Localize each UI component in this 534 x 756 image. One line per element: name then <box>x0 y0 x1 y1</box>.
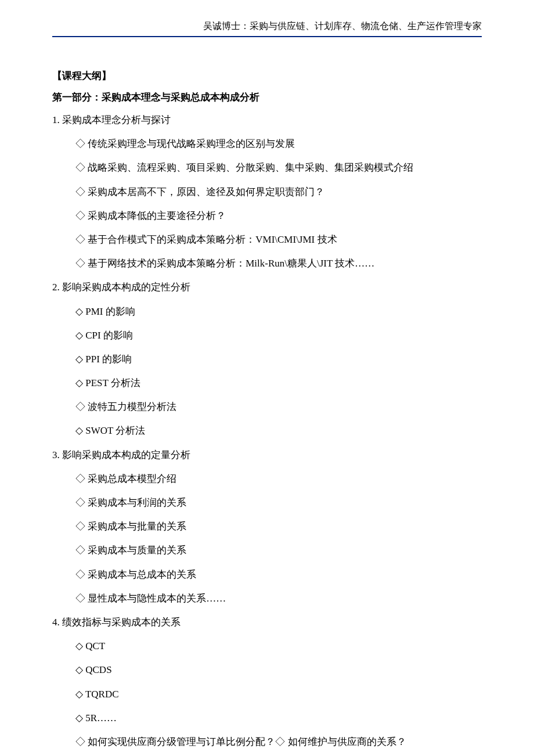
list-item: SWOT 分析法 <box>75 423 482 438</box>
section-number: 4. <box>52 617 60 628</box>
list-item: 采购成本降低的主要途径分析？ <box>75 208 482 224</box>
header-text: 吴诚博士：采购与供应链、计划库存、物流仓储、生产运作管理专家 <box>203 21 482 31</box>
list-item: 波特五力模型分析法 <box>75 399 482 415</box>
list-item: 采购成本与利润的关系 <box>75 495 482 510</box>
list-item: 战略采购、流程采购、项目采购、分散采购、集中采购、集团采购模式介绍 <box>75 160 482 175</box>
part-title: 第一部分：采购成本理念与采购总成本构成分析 <box>52 91 482 104</box>
list-item: 基于合作模式下的采购成本策略分析：VMI\CMI\JMI 技术 <box>75 232 482 247</box>
list-item: QCDS <box>75 662 482 678</box>
list-item: 5R…… <box>75 710 482 726</box>
list-item: 传统采购理念与现代战略采购理念的区别与发展 <box>75 136 482 152</box>
section-heading: 2. 影响采购成本构成的定性分析 <box>52 279 482 295</box>
list-item: 如何实现供应商分级管理与订单比例分配？◇ 如何维护与供应商的关系？ <box>75 734 482 750</box>
list-item: CPI 的影响 <box>75 327 482 343</box>
section-items: 采购总成本模型介绍 采购成本与利润的关系 采购成本与批量的关系 采购成本与质量的… <box>52 471 482 606</box>
page-header: 吴诚博士：采购与供应链、计划库存、物流仓储、生产运作管理专家 <box>52 20 482 37</box>
section-heading: 1. 采购成本理念分析与探讨 <box>52 112 482 128</box>
list-item: 采购成本居高不下，原因、途径及如何界定职责部门？ <box>75 184 482 200</box>
document-page: 吴诚博士：采购与供应链、计划库存、物流仓储、生产运作管理专家 【课程大纲】 第一… <box>0 0 534 756</box>
list-item: 基于网络技术的采购成本策略分析：Milk-Run\糖果人\JIT 技术…… <box>75 255 482 271</box>
section-number: 1. <box>52 114 60 125</box>
list-item: 显性成本与隐性成本的关系…… <box>75 591 482 606</box>
list-item: 采购成本与质量的关系 <box>75 542 482 558</box>
section-heading: 4. 绩效指标与采购成本的关系 <box>52 614 482 630</box>
section-title: 影响采购成本构成的定性分析 <box>62 282 190 293</box>
section-title: 绩效指标与采购成本的关系 <box>62 617 181 628</box>
section-title: 影响采购成本构成的定量分析 <box>62 449 190 460</box>
list-item: PMI 的影响 <box>75 304 482 319</box>
list-item: 采购总成本模型介绍 <box>75 471 482 487</box>
list-item: 采购成本与批量的关系 <box>75 519 482 534</box>
section-number: 3. <box>52 449 60 460</box>
list-item: TQRDC <box>75 686 482 702</box>
outline-section-label: 【课程大纲】 <box>52 69 482 82</box>
section-number: 2. <box>52 282 60 293</box>
list-item: PPI 的影响 <box>75 351 482 367</box>
list-item: PEST 分析法 <box>75 375 482 391</box>
section-items: QCT QCDS TQRDC 5R…… 如何实现供应商分级管理与订单比例分配？◇… <box>52 638 482 750</box>
section-items: 传统采购理念与现代战略采购理念的区别与发展 战略采购、流程采购、项目采购、分散采… <box>52 136 482 271</box>
list-item: QCT <box>75 638 482 654</box>
section-items: PMI 的影响 CPI 的影响 PPI 的影响 PEST 分析法 波特五力模型分… <box>52 304 482 439</box>
section-title: 采购成本理念分析与探讨 <box>62 114 171 125</box>
section-heading: 3. 影响采购成本构成的定量分析 <box>52 447 482 463</box>
list-item: 采购成本与总成本的关系 <box>75 567 482 582</box>
